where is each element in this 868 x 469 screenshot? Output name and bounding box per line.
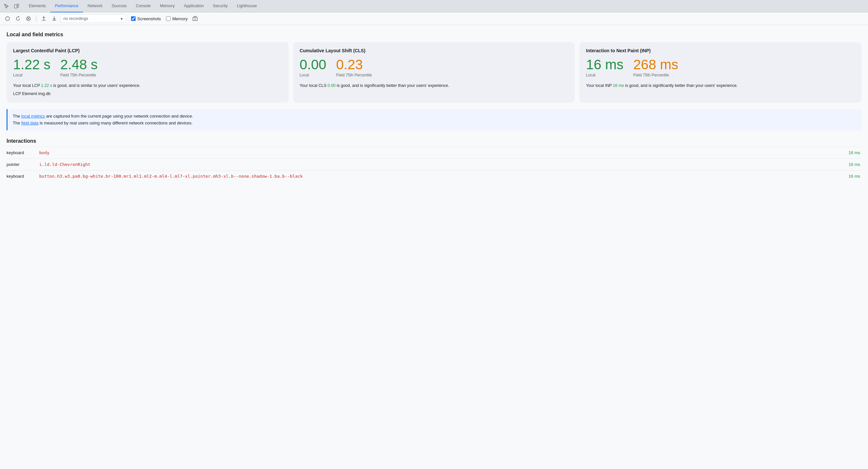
memory-checkbox[interactable]: Memory [166, 16, 188, 21]
lcp-field-group: 2.48 s Field 75th Percentile [60, 58, 97, 77]
device-icon[interactable] [12, 2, 20, 10]
lcp-description: Your local LCP 1.22 s is good, and is si… [13, 82, 282, 89]
recording-placeholder: no recordings [63, 16, 88, 21]
tab-network[interactable]: Network [83, 0, 107, 12]
clear-button[interactable] [24, 14, 33, 23]
cls-values: 0.00 Local 0.23 Field 75th Percentile [300, 58, 569, 77]
lcp-field-label: Field 75th Percentile [60, 73, 97, 77]
cleanup-button[interactable] [191, 14, 199, 23]
info-line2-prefix: The [13, 121, 21, 126]
inp-desc-prefix: Your local INP [586, 83, 613, 88]
info-line1-prefix: The [13, 114, 21, 119]
lcp-field-value: 2.48 s [60, 58, 97, 71]
memory-label: Memory [172, 16, 188, 21]
inp-desc-suffix: is good, and is significantly better tha… [624, 83, 738, 88]
tab-security[interactable]: Security [209, 0, 232, 12]
interaction-time-2: 16 ms [849, 174, 860, 179]
cursor-icon[interactable] [3, 2, 10, 10]
download-button[interactable] [50, 14, 59, 23]
table-row: keyboard body 16 ms [6, 147, 862, 158]
memory-checkbox-input[interactable] [166, 16, 170, 21]
upload-button[interactable] [39, 14, 48, 23]
local-metrics-link[interactable]: local metrics [21, 114, 45, 119]
metrics-grid: Largest Contentful Paint (LCP) 1.22 s Lo… [6, 42, 862, 103]
inp-description: Your local INP 16 ms is good, and is sig… [586, 82, 855, 89]
cls-local-group: 0.00 Local [300, 58, 327, 77]
info-box: The local metrics are captured from the … [6, 109, 862, 131]
inp-title: Interaction to Next Paint (INP) [586, 48, 855, 53]
cls-local-value: 0.00 [300, 58, 327, 71]
lcp-values: 1.22 s Local 2.48 s Field 75th Percentil… [13, 58, 282, 77]
toolbar-separator-1 [36, 15, 36, 22]
main-content: Local and field metrics Largest Contentf… [0, 25, 868, 469]
svg-rect-6 [193, 17, 197, 21]
lcp-local-value: 1.22 s [13, 58, 50, 71]
svg-rect-0 [14, 5, 17, 8]
interaction-type-0: keyboard [6, 150, 39, 155]
interactions-table: keyboard body 16 ms pointer i.ld.ld-Chev… [6, 147, 862, 182]
svg-rect-1 [17, 4, 19, 7]
inp-field-label: Field 75th Percentile [633, 73, 678, 77]
recording-dropdown[interactable]: no recordings ▾ [60, 14, 126, 23]
screenshots-checkbox[interactable]: Screenshots [131, 16, 161, 21]
svg-point-2 [5, 16, 9, 21]
interaction-time-0: 16 ms [849, 150, 860, 155]
tab-performance[interactable]: Performance [50, 0, 83, 12]
inp-local-group: 16 ms Local [586, 58, 623, 77]
tab-sources[interactable]: Sources [107, 0, 131, 12]
cls-field-value: 0.23 [336, 58, 372, 71]
tab-memory[interactable]: Memory [155, 0, 179, 12]
cls-field-group: 0.23 Field 75th Percentile [336, 58, 372, 77]
interaction-element-0: body [39, 150, 849, 155]
table-row: pointer i.ld.ld-ChevronRight 16 ms [6, 158, 862, 170]
dropdown-arrow-icon: ▾ [121, 16, 123, 21]
cls-title: Cumulative Layout Shift (CLS) [300, 48, 569, 53]
lcp-local-group: 1.22 s Local [13, 58, 50, 77]
record-button[interactable] [3, 14, 12, 23]
info-line2-suffix: is measured by real users using many dif… [38, 121, 193, 126]
reload-button[interactable] [14, 14, 22, 23]
interaction-element-2: button.h3.w3.pa0.bg-white.br-100.mr1.ml1… [39, 174, 849, 179]
interactions-title: Interactions [6, 138, 862, 144]
cls-card: Cumulative Layout Shift (CLS) 0.00 Local… [293, 42, 575, 103]
interaction-time-1: 16 ms [849, 162, 860, 167]
lcp-desc-prefix: Your local LCP [13, 83, 41, 88]
lcp-element: LCP Element img.db [13, 92, 282, 96]
interaction-type-1: pointer [6, 162, 39, 167]
info-line1-suffix: are captured from the current page using… [45, 114, 193, 119]
cls-desc-suffix: is good, and is significantly better tha… [336, 83, 450, 88]
interaction-element-1: i.ld.ld-ChevronRight [39, 162, 849, 167]
lcp-element-label: LCP Element [13, 92, 37, 96]
lcp-card: Largest Contentful Paint (LCP) 1.22 s Lo… [6, 42, 288, 103]
lcp-element-value: img.db [38, 92, 51, 96]
interaction-type-2: keyboard [6, 174, 39, 179]
section-title: Local and field metrics [6, 32, 862, 38]
lcp-desc-suffix: is good, and is similar to your users' e… [52, 83, 141, 88]
performance-toolbar: no recordings ▾ Screenshots Memory [0, 12, 868, 25]
inp-field-group: 268 ms Field 75th Percentile [633, 58, 678, 77]
inp-desc-highlight: 16 ms [613, 83, 624, 88]
tab-bar: Elements Performance Network Sources Con… [0, 0, 868, 12]
tab-lighthouse[interactable]: Lighthouse [232, 0, 261, 12]
screenshots-checkbox-input[interactable] [131, 16, 135, 21]
lcp-desc-highlight: 1.22 s [41, 83, 52, 88]
checkbox-group: Screenshots Memory [131, 16, 188, 21]
devtools-icons [3, 2, 20, 10]
tab-console[interactable]: Console [131, 0, 155, 12]
cls-description: Your local CLS 0.00 is good, and is sign… [300, 82, 569, 89]
inp-field-value: 268 ms [633, 58, 678, 71]
lcp-local-label: Local [13, 73, 50, 77]
interactions-section: Interactions keyboard body 16 ms pointer… [6, 138, 862, 182]
cls-field-label: Field 75th Percentile [336, 73, 372, 77]
inp-local-value: 16 ms [586, 58, 623, 71]
cls-desc-prefix: Your local CLS [300, 83, 328, 88]
screenshots-label: Screenshots [137, 16, 161, 21]
inp-values: 16 ms Local 268 ms Field 75th Percentile [586, 58, 855, 77]
tab-elements[interactable]: Elements [24, 0, 50, 12]
tab-application[interactable]: Application [179, 0, 208, 12]
cls-desc-highlight: 0.00 [328, 83, 335, 88]
cls-local-label: Local [300, 73, 327, 77]
field-data-link[interactable]: field data [21, 121, 38, 126]
table-row: keyboard button.h3.w3.pa0.bg-white.br-10… [6, 170, 862, 182]
inp-local-label: Local [586, 73, 623, 77]
